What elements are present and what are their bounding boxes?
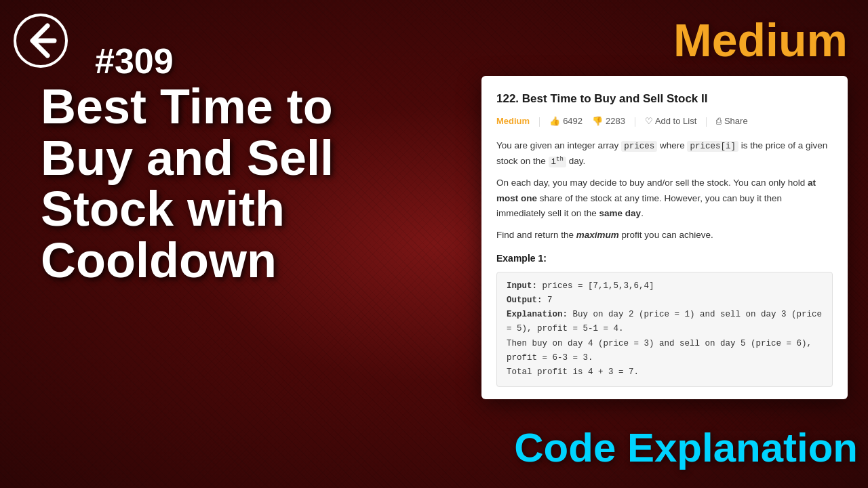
meta-divider-2 bbox=[635, 117, 635, 127]
share-icon: ⎙ bbox=[716, 116, 722, 126]
add-to-list-link[interactable]: ♡ Add to List bbox=[645, 115, 696, 129]
input-label: Input: bbox=[507, 281, 537, 291]
description-para3: Find and return the maximum profit you c… bbox=[496, 228, 833, 243]
explanation-label: Explanation: bbox=[507, 310, 568, 319]
thumbs-down[interactable]: 👎 2283 bbox=[592, 115, 625, 129]
problem-meta: Medium 👍 6492 👎 2283 ♡ Add to List ⎙ Sha… bbox=[496, 115, 833, 129]
example1-label: Example 1: bbox=[496, 251, 833, 266]
logo bbox=[14, 14, 68, 68]
share-link[interactable]: ⎙ Share bbox=[716, 115, 747, 129]
output-label: Output: bbox=[507, 296, 542, 305]
description-para1: You are given an integer array prices wh… bbox=[496, 138, 833, 169]
difficulty-badge: Medium bbox=[673, 14, 848, 66]
background: #309 Best Time to Buy and Sell Stock wit… bbox=[0, 0, 868, 488]
meta-divider-3 bbox=[706, 117, 707, 127]
meta-divider bbox=[539, 117, 540, 127]
problem-title: 122. Best Time to Buy and Sell Stock II bbox=[496, 89, 833, 108]
episode-number: #309 bbox=[95, 41, 174, 81]
description-para2: On each day, you may decide to buy and/o… bbox=[496, 176, 833, 221]
heart-icon: ♡ bbox=[645, 116, 653, 126]
leetcode-card: 122. Best Time to Buy and Sell Stock II … bbox=[481, 76, 848, 399]
example1-code-block: Input: prices = [7,1,5,3,6,4] Output: 7 … bbox=[496, 272, 833, 388]
main-title: Best Time to Buy and Sell Stock with Coo… bbox=[41, 81, 434, 286]
thumbs-up[interactable]: 👍 6492 bbox=[549, 115, 583, 129]
thumbs-up-icon: 👍 bbox=[549, 115, 560, 129]
difficulty-label[interactable]: Medium bbox=[496, 115, 530, 129]
thumbs-down-icon: 👎 bbox=[592, 115, 603, 129]
code-explanation-label: Code Explanation bbox=[514, 424, 858, 471]
